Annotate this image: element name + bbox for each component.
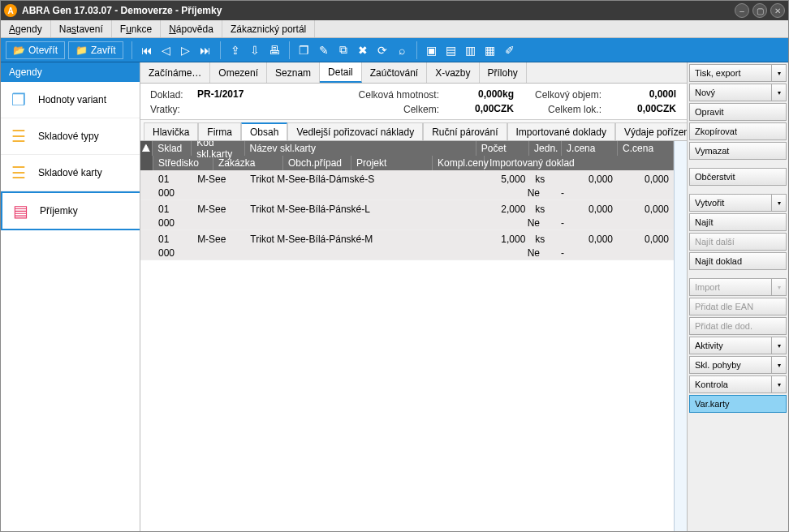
table-row[interactable]: 01M-SeeTrikot M-See-Bílá-Pánské-L2,000ks… xyxy=(140,200,674,230)
action-aktivity[interactable]: Aktivity xyxy=(689,337,772,354)
col-obchpripad[interactable]: Obch.případ xyxy=(283,156,351,170)
tab-top-4[interactable]: Zaúčtování xyxy=(362,62,427,83)
col-stredisko[interactable]: Středisko xyxy=(153,156,213,170)
dropdown-arrow-icon[interactable]: ▾ xyxy=(772,194,787,212)
col-jedn[interactable]: Jedn. xyxy=(529,141,562,156)
action4-icon[interactable]: ▦ xyxy=(481,41,499,59)
cell-jedn: ks xyxy=(530,174,562,185)
tab-sub-0[interactable]: Hlavička xyxy=(144,122,198,140)
action-nov-[interactable]: Nový xyxy=(689,84,772,101)
dropdown-arrow-icon[interactable]: ▾ xyxy=(772,64,787,82)
print-icon[interactable]: 🖶 xyxy=(265,41,283,59)
menu-funkce[interactable]: Funkce xyxy=(112,20,161,37)
menu-zakaznicky-portal[interactable]: Zákaznický portál xyxy=(222,20,315,37)
sidebar-item-0[interactable]: ❒Hodnoty variant xyxy=(1,82,140,118)
action-var-karty[interactable]: Var.karty xyxy=(689,395,787,413)
maximize-button[interactable]: ▢ xyxy=(752,3,767,18)
action-opravit[interactable]: Opravit xyxy=(689,103,787,121)
col-importovany-doklad[interactable]: Importovaný doklad xyxy=(485,156,674,170)
titlebar: A ABRA Gen 17.03.07 - Demoverze - Příjem… xyxy=(1,1,788,20)
close-button[interactable]: ✕ xyxy=(770,3,785,18)
col-projekt[interactable]: Projekt xyxy=(351,156,433,170)
action-tisk-export[interactable]: Tisk, export xyxy=(689,64,772,82)
col-zakazka[interactable]: Zakázka xyxy=(213,156,283,170)
col-sklad[interactable]: Sklad xyxy=(153,141,192,156)
copy-icon[interactable]: ⧉ xyxy=(334,41,352,59)
cell-imp: - xyxy=(545,217,674,229)
col-ccena[interactable]: C.cena xyxy=(618,141,674,156)
tab-top-3[interactable]: Detail xyxy=(320,62,362,83)
tab-sub-2[interactable]: Obsah xyxy=(241,122,287,140)
dropdown-arrow-icon[interactable]: ▾ xyxy=(772,375,787,393)
cell-stredisko: 000 xyxy=(153,187,213,199)
action-zkop-rovat[interactable]: Zkopírovat xyxy=(689,122,787,140)
action1-icon[interactable]: ▣ xyxy=(423,41,441,59)
new-icon[interactable]: ❐ xyxy=(295,41,313,59)
tab-top-1[interactable]: Omezení xyxy=(210,62,267,83)
cell-kod: M-See xyxy=(192,234,245,245)
edit-icon[interactable]: ✎ xyxy=(315,41,333,59)
menu-agendy[interactable]: Agendy xyxy=(1,20,51,37)
tab-top-5[interactable]: X-vazby xyxy=(427,62,479,83)
col-komplceny[interactable]: Kompl.ceny xyxy=(433,156,485,170)
vertical-scrollbar[interactable] xyxy=(674,141,687,531)
cell-nazev: Trikot M-See-Bílá-Pánské-L xyxy=(245,204,477,215)
doc-icon: ▤ xyxy=(9,201,32,221)
action2-icon[interactable]: ▤ xyxy=(442,41,460,59)
sidebar-item-1[interactable]: ☰Skladové typy xyxy=(1,118,140,155)
sidebar-item-label: Hodnoty variant xyxy=(38,94,106,105)
action3-icon[interactable]: ▥ xyxy=(462,41,480,59)
import-icon[interactable]: ⇩ xyxy=(246,41,264,59)
folder-close-icon: 📁 xyxy=(75,45,88,56)
dropdown-arrow-icon[interactable]: ▾ xyxy=(772,84,787,101)
cell-kod: M-See xyxy=(192,174,245,185)
sidebar-left: Agendy ❒Hodnoty variant☰Skladové typy☰Sk… xyxy=(1,62,140,531)
tab-sub-4[interactable]: Ruční párování xyxy=(423,122,507,140)
col-nazev[interactable]: Název skl.karty xyxy=(245,141,476,156)
tab-sub-6[interactable]: Výdaje pořízení xyxy=(615,122,688,140)
action-naj-t-doklad[interactable]: Najít doklad xyxy=(689,252,787,270)
menu-nastaveni[interactable]: Nastavení xyxy=(51,20,112,37)
col-kod[interactable]: Kód skl.karty xyxy=(192,141,244,156)
sidebar-item-2[interactable]: ☰Skladové karty xyxy=(1,155,140,191)
refresh-icon[interactable]: ⟳ xyxy=(373,41,391,59)
tab-sub-3[interactable]: Vedlejší pořizovací náklady xyxy=(287,122,423,140)
find-icon[interactable]: ⌕ xyxy=(393,41,411,59)
action-vymazat[interactable]: Vymazat xyxy=(689,142,787,160)
action-skl-pohyby[interactable]: Skl. pohyby xyxy=(689,356,772,374)
cell-nazev: Trikot M-See-Bílá-Dámské-S xyxy=(245,174,477,185)
action-vytvo-it[interactable]: Vytvořit xyxy=(689,194,772,212)
toolbar-open[interactable]: 📂Otevřít xyxy=(6,41,65,59)
dropdown-arrow-icon[interactable]: ▾ xyxy=(772,356,787,374)
tab-sub-5[interactable]: Importované doklady xyxy=(507,122,615,140)
grid-handle-icon[interactable]: ⯅ xyxy=(140,141,153,156)
toolbar-close[interactable]: 📁Zavřít xyxy=(68,41,123,59)
nav-next-icon[interactable]: ▷ xyxy=(177,41,195,59)
tab-sub-1[interactable]: Firma xyxy=(198,122,241,140)
col-pocet[interactable]: Počet xyxy=(476,141,529,156)
export-icon[interactable]: ⇪ xyxy=(226,41,244,59)
nav-last-icon[interactable]: ⏭ xyxy=(196,41,214,59)
col-jcena[interactable]: J.cena xyxy=(562,141,618,156)
nav-first-icon[interactable]: ⏮ xyxy=(138,41,156,59)
cell-pocet: 1,000 xyxy=(477,234,530,245)
action5-icon[interactable]: ✐ xyxy=(501,41,519,59)
tab-top-0[interactable]: Začínáme… xyxy=(140,62,210,83)
table-row[interactable]: 01M-SeeTrikot M-See-Bílá-Dámské-S5,000ks… xyxy=(140,170,674,200)
celkem-value: 0,00CZK xyxy=(441,103,514,116)
cell-kompl: Ne xyxy=(433,247,545,259)
delete-icon[interactable]: ✖ xyxy=(354,41,372,59)
menubar: Agendy Nastavení Funkce Nápověda Zákazni… xyxy=(1,20,788,38)
minimize-button[interactable]: – xyxy=(735,3,749,18)
tab-top-6[interactable]: Přílohy xyxy=(480,62,527,83)
action-ob-erstvit[interactable]: Občerstvit xyxy=(689,168,787,186)
action-kontrola[interactable]: Kontrola xyxy=(689,375,772,393)
action-naj-t[interactable]: Najít xyxy=(689,213,787,231)
data-grid[interactable]: ⯅ Sklad Kód skl.karty Název skl.karty Po… xyxy=(140,141,674,531)
tab-top-2[interactable]: Seznam xyxy=(267,62,320,83)
dropdown-arrow-icon[interactable]: ▾ xyxy=(772,337,787,354)
table-row[interactable]: 01M-SeeTrikot M-See-Bílá-Pánské-M1,000ks… xyxy=(140,230,674,260)
menu-napoveda[interactable]: Nápověda xyxy=(161,20,222,37)
sidebar-item-3[interactable]: ▤Příjemky xyxy=(1,191,140,230)
nav-prev-icon[interactable]: ◁ xyxy=(157,41,175,59)
